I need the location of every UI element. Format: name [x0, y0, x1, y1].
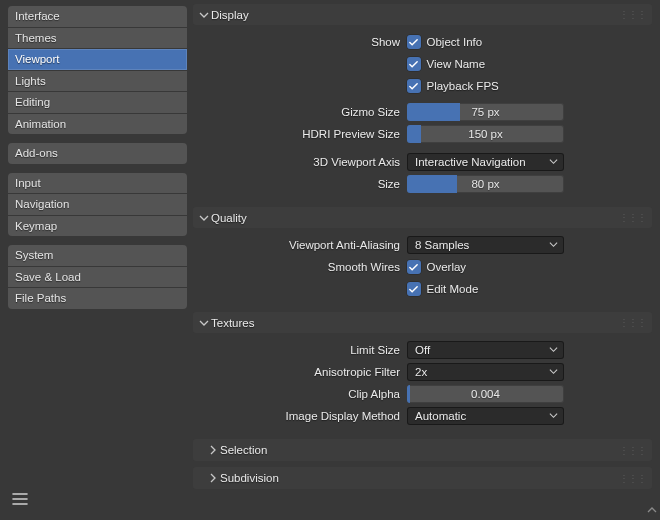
- chevron-down-icon: [549, 156, 558, 168]
- label-axis-size: Size: [193, 178, 400, 190]
- value: 150 px: [468, 128, 503, 140]
- label-viewport-aa: Viewport Anti-Aliasing: [193, 239, 400, 251]
- value: 80 px: [471, 178, 499, 190]
- sidebar-item-file-paths[interactable]: File Paths: [8, 288, 187, 309]
- checkbox-label: Playback FPS: [427, 80, 499, 92]
- panel-header-textures[interactable]: Textures ⋮⋮⋮: [193, 312, 652, 333]
- label-anisotropic-filter: Anisotropic Filter: [193, 366, 400, 378]
- checkbox-label: Overlay: [427, 261, 467, 273]
- dropdown-3d-viewport-axis[interactable]: Interactive Navigation: [407, 153, 564, 171]
- sidebar-item-addons[interactable]: Add-ons: [8, 143, 187, 164]
- panel-quality: Quality ⋮⋮⋮ Viewport Anti-Aliasing 8 Sam…: [193, 207, 652, 306]
- panel-header-subdivision[interactable]: Subdivision ⋮⋮⋮: [193, 467, 652, 489]
- chevron-right-icon: [205, 471, 220, 486]
- sidebar-item-animation[interactable]: Animation: [8, 114, 187, 135]
- label-smooth-wires: Smooth Wires: [193, 261, 400, 273]
- sidebar-item-label: Input: [15, 177, 41, 189]
- drag-grip-icon[interactable]: ⋮⋮⋮: [619, 212, 646, 223]
- panel-title: Display: [211, 9, 249, 21]
- sidebar-item-label: Navigation: [15, 198, 69, 210]
- panel-header-quality[interactable]: Quality ⋮⋮⋮: [193, 207, 652, 228]
- sidebar-item-label: System: [15, 249, 53, 261]
- sidebar-group: Input Navigation Keymap: [8, 173, 187, 237]
- sidebar-item-lights[interactable]: Lights: [8, 71, 187, 92]
- panel-selection: Selection ⋮⋮⋮: [193, 439, 652, 461]
- sidebar-item-save-load[interactable]: Save & Load: [8, 267, 187, 288]
- label-image-display-method: Image Display Method: [193, 410, 400, 422]
- preferences-sidebar: Interface Themes Viewport Lights Editing…: [0, 0, 193, 520]
- sidebar-group: Add-ons: [8, 143, 187, 164]
- panel-header-display[interactable]: Display ⋮⋮⋮: [193, 4, 652, 25]
- sidebar-item-label: Viewport: [15, 53, 60, 65]
- checkbox-object-info[interactable]: [407, 35, 421, 49]
- panel-title: Quality: [211, 212, 247, 224]
- dropdown-limit-size[interactable]: Off: [407, 341, 564, 359]
- dropdown-image-display-method[interactable]: Automatic: [407, 407, 564, 425]
- sidebar-item-label: Themes: [15, 32, 57, 44]
- chevron-down-icon: [196, 315, 211, 330]
- checkbox-overlay[interactable]: [407, 260, 421, 274]
- panel-title: Selection: [220, 444, 267, 456]
- sidebar-item-label: File Paths: [15, 292, 66, 304]
- sidebar-item-label: Animation: [15, 118, 66, 130]
- checkbox-edit-mode[interactable]: [407, 282, 421, 296]
- sidebar-item-label: Interface: [15, 10, 60, 22]
- dropdown-viewport-aa[interactable]: 8 Samples: [407, 236, 564, 254]
- panel-subdivision: Subdivision ⋮⋮⋮: [193, 467, 652, 489]
- sidebar-item-interface[interactable]: Interface: [8, 6, 187, 27]
- drag-grip-icon[interactable]: ⋮⋮⋮: [619, 317, 646, 328]
- panel-display: Display ⋮⋮⋮ Show Object Info View Name: [193, 4, 652, 201]
- sidebar-item-keymap[interactable]: Keymap: [8, 216, 187, 237]
- label-hdri-preview-size: HDRI Preview Size: [193, 128, 400, 140]
- panel-title: Subdivision: [220, 472, 279, 484]
- sidebar-item-label: Editing: [15, 96, 50, 108]
- field-gizmo-size[interactable]: 75 px: [407, 103, 564, 121]
- panel-textures: Textures ⋮⋮⋮ Limit Size Off Anisotropic …: [193, 312, 652, 433]
- dropdown-value: Off: [415, 344, 430, 356]
- dropdown-value: 2x: [415, 366, 427, 378]
- field-clip-alpha[interactable]: 0.004: [407, 385, 564, 403]
- checkbox-label: View Name: [427, 58, 486, 70]
- label-gizmo-size: Gizmo Size: [193, 106, 400, 118]
- dropdown-value: Interactive Navigation: [415, 156, 526, 168]
- label-3d-viewport-axis: 3D Viewport Axis: [193, 156, 400, 168]
- drag-grip-icon[interactable]: ⋮⋮⋮: [619, 9, 646, 20]
- chevron-down-icon: [549, 366, 558, 378]
- chevron-up-icon: [646, 504, 658, 516]
- dropdown-value: Automatic: [415, 410, 466, 422]
- sidebar-item-label: Lights: [15, 75, 46, 87]
- label-clip-alpha: Clip Alpha: [193, 388, 400, 400]
- sidebar-item-label: Add-ons: [15, 147, 58, 159]
- dropdown-value: 8 Samples: [415, 239, 469, 251]
- sidebar-item-viewport[interactable]: Viewport: [8, 49, 187, 70]
- sidebar-item-editing[interactable]: Editing: [8, 92, 187, 113]
- chevron-right-icon: [205, 443, 220, 458]
- scroll-handle[interactable]: [646, 504, 658, 518]
- dropdown-anisotropic-filter[interactable]: 2x: [407, 363, 564, 381]
- chevron-down-icon: [549, 239, 558, 251]
- sidebar-item-input[interactable]: Input: [8, 173, 187, 194]
- drag-grip-icon[interactable]: ⋮⋮⋮: [619, 473, 646, 484]
- field-hdri-preview-size[interactable]: 150 px: [407, 125, 564, 143]
- chevron-down-icon: [549, 344, 558, 356]
- hamburger-menu-button[interactable]: [8, 486, 187, 514]
- panel-title: Textures: [211, 317, 254, 329]
- value: 75 px: [471, 106, 499, 118]
- sidebar-item-label: Save & Load: [15, 271, 81, 283]
- sidebar-item-system[interactable]: System: [8, 245, 187, 266]
- hamburger-icon: [12, 492, 28, 506]
- field-axis-size[interactable]: 80 px: [407, 175, 564, 193]
- sidebar-item-navigation[interactable]: Navigation: [8, 194, 187, 215]
- checkbox-view-name[interactable]: [407, 57, 421, 71]
- chevron-down-icon: [196, 7, 211, 22]
- chevron-down-icon: [549, 410, 558, 422]
- preferences-main: Display ⋮⋮⋮ Show Object Info View Name: [193, 0, 660, 520]
- checkbox-playback-fps[interactable]: [407, 79, 421, 93]
- sidebar-item-themes[interactable]: Themes: [8, 28, 187, 49]
- sidebar-group: Interface Themes Viewport Lights Editing…: [8, 6, 187, 134]
- label-show: Show: [193, 36, 400, 48]
- drag-grip-icon[interactable]: ⋮⋮⋮: [619, 445, 646, 456]
- chevron-down-icon: [196, 210, 211, 225]
- value: 0.004: [471, 388, 500, 400]
- panel-header-selection[interactable]: Selection ⋮⋮⋮: [193, 439, 652, 461]
